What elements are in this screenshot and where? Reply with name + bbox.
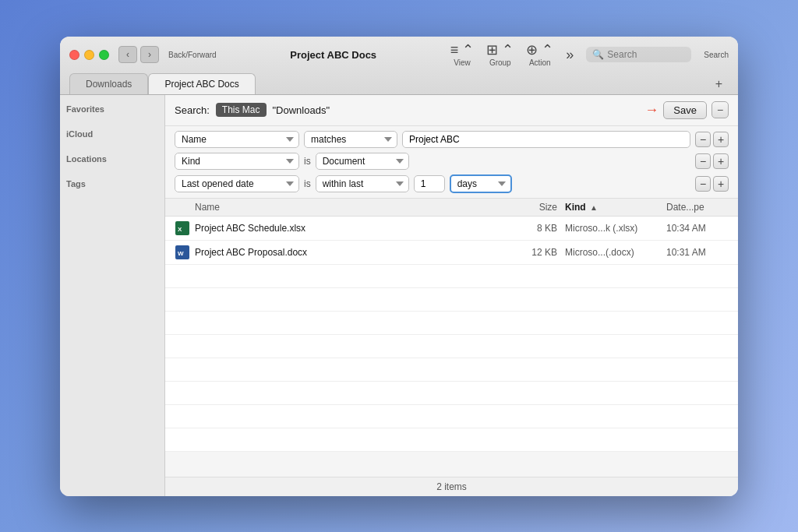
group-label: Group (489, 58, 511, 67)
svg-text:W: W (178, 250, 184, 257)
remove-filter-2-button[interactable]: − (695, 153, 711, 169)
file-kind-xlsx: Microso...k (.xlsx) (557, 223, 666, 234)
empty-row-8 (165, 428, 738, 452)
status-bar: 2 items (165, 477, 738, 496)
sidebar-icloud-heading: iCloud (66, 129, 158, 139)
sidebar-favorites-heading: Favorites (66, 104, 158, 114)
window-title: Project ABC Docs (226, 49, 441, 61)
add-filter-2-button[interactable]: + (713, 153, 729, 169)
sidebar-section-icloud: iCloud (66, 129, 158, 142)
search-label: Search: (175, 104, 210, 116)
column-name: Name (195, 202, 503, 213)
filter-value-name[interactable] (402, 131, 690, 148)
tab-downloads[interactable]: Downloads (69, 73, 148, 94)
view-icon: ≡ ⌃ (450, 43, 475, 57)
empty-row-7 (165, 405, 738, 428)
add-filter-3-button[interactable]: + (713, 176, 729, 192)
finder-window: ‹ › Back/Forward Project ABC Docs ≡ ⌃ Vi… (60, 37, 738, 496)
filter-row-kind: Kind Name Last opened date is Document F… (175, 153, 729, 170)
nav-buttons: ‹ › (118, 46, 159, 63)
titlebar: ‹ › Back/Forward Project ABC Docs ≡ ⌃ Vi… (60, 37, 738, 95)
save-button[interactable]: Save (663, 101, 707, 119)
red-arrow-icon: → (644, 102, 659, 118)
filter-operator-within[interactable]: within last before after exactly (316, 175, 409, 192)
close-button[interactable] (69, 50, 79, 60)
filter-controls-2: − + (695, 153, 729, 169)
search-box: 🔍 (586, 47, 691, 62)
file-size-docx: 12 KB (503, 247, 557, 258)
search-criteria-bar: Search: This Mac "Downloads" → Save − (165, 95, 738, 126)
filter-is-text: is (304, 156, 311, 167)
sidebar-tags-heading: Tags (66, 179, 158, 188)
action-label: Action (529, 58, 551, 67)
column-kind: Kind ▲ (557, 202, 666, 213)
xlsx-icon: X (175, 220, 190, 236)
filter-is-text-2: is (304, 178, 311, 189)
search-toolbar-label: Search (704, 51, 729, 59)
remove-filter-3-button[interactable]: − (695, 176, 711, 192)
empty-row-3 (165, 312, 738, 335)
toolbar-icons: ≡ ⌃ View ⊞ ⌃ Group ⊕ ⌃ Action » 🔍 (450, 43, 729, 67)
group-icon: ⊞ ⌃ (486, 43, 514, 57)
empty-row-6 (165, 382, 738, 405)
scope-downloads-text: "Downloads" (273, 104, 330, 116)
column-size: Size (503, 202, 557, 213)
filter-row-name: Name Kind Last opened date matches conta… (175, 131, 729, 148)
action-toolbar-item[interactable]: ⊕ ⌃ Action (526, 43, 553, 67)
tab-project-abc-docs[interactable]: Project ABC Docs (148, 73, 255, 94)
search-icon: 🔍 (592, 49, 604, 60)
filter-operator-matches[interactable]: matches contains begins with (304, 131, 397, 148)
filter-field-name[interactable]: Name Kind Last opened date (175, 131, 299, 148)
filter-number-input[interactable] (414, 175, 445, 192)
file-name-xlsx: Project ABC Schedule.xlsx (195, 223, 503, 234)
sidebar: Favorites iCloud Locations Tags (60, 95, 165, 496)
group-toolbar-item[interactable]: ⊞ ⌃ Group (486, 43, 514, 67)
filter-row-date: Last opened date Name Kind is within las… (175, 174, 729, 193)
empty-row-4 (165, 335, 738, 358)
zoom-button[interactable] (99, 50, 109, 60)
sidebar-section-favorites: Favorites (66, 104, 158, 117)
empty-row-5 (165, 358, 738, 382)
view-toolbar-item[interactable]: ≡ ⌃ View (450, 43, 475, 67)
tabs-row: Downloads Project ABC Docs + (69, 73, 729, 94)
filter-field-date[interactable]: Last opened date Name Kind (175, 175, 299, 192)
file-list-header: Name Size Kind ▲ Date...pe (165, 199, 738, 217)
file-kind-docx: Microso...(.docx) (557, 247, 666, 258)
file-size-xlsx: 8 KB (503, 223, 557, 234)
sidebar-section-locations: Locations (66, 154, 158, 167)
save-area: → Save − (644, 101, 729, 119)
main-area: Favorites iCloud Locations Tags Search: … (60, 95, 738, 496)
file-row-xlsx[interactable]: X Project ABC Schedule.xlsx 8 KB Microso… (165, 217, 738, 241)
add-tab-button[interactable]: + (709, 74, 729, 94)
add-filter-1-button[interactable]: + (713, 132, 729, 147)
file-name-docx: Project ABC Proposal.docx (195, 247, 503, 258)
column-date: Date...pe (666, 202, 729, 213)
file-list: Name Size Kind ▲ Date...pe X (165, 198, 738, 477)
traffic-lights (69, 50, 109, 60)
back-button[interactable]: ‹ (118, 46, 137, 63)
svg-text:X: X (178, 226, 182, 233)
file-date-docx: 10:31 AM (666, 247, 729, 258)
sidebar-locations-heading: Locations (66, 154, 158, 164)
filters-area: Name Kind Last opened date matches conta… (165, 126, 738, 198)
search-input[interactable] (607, 49, 685, 60)
file-row-docx[interactable]: W Project ABC Proposal.docx 12 KB Micros… (165, 241, 738, 265)
empty-row-1 (165, 265, 738, 288)
more-icon: » (566, 48, 574, 62)
filter-value-document[interactable]: Document Folder Image (316, 153, 409, 170)
forward-button[interactable]: › (140, 46, 159, 63)
minimize-button[interactable] (84, 50, 94, 60)
nav-label: Back/Forward (168, 51, 217, 59)
filter-controls-3: − + (695, 176, 729, 192)
item-count: 2 items (436, 481, 467, 492)
filter-controls-1: − + (695, 132, 729, 147)
filter-field-kind[interactable]: Kind Name Last opened date (175, 153, 299, 170)
scope-this-mac-button[interactable]: This Mac (216, 103, 267, 117)
filter-unit-days[interactable]: days weeks months (450, 174, 512, 193)
action-icon: ⊕ ⌃ (526, 43, 553, 57)
remove-search-button[interactable]: − (711, 101, 729, 118)
remove-filter-1-button[interactable]: − (695, 132, 711, 147)
more-toolbar-item[interactable]: » (566, 48, 574, 62)
view-label: View (454, 58, 471, 67)
docx-icon: W (175, 245, 190, 260)
